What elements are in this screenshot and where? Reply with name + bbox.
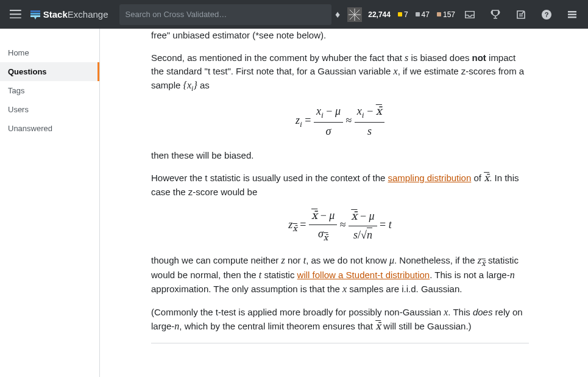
nav-tags[interactable]: Tags: [0, 81, 99, 100]
link-student-t[interactable]: will follow a Student-t distribution: [297, 270, 430, 280]
svg-rect-9: [568, 11, 576, 13]
review-icon[interactable]: [515, 9, 527, 21]
search-box[interactable]: [119, 4, 332, 25]
menu-icon[interactable]: [10, 10, 21, 20]
moderator-diamond-icon[interactable]: ♦: [331, 9, 344, 20]
svg-text:?: ?: [545, 11, 549, 18]
svg-rect-11: [568, 16, 576, 18]
paragraph: though we can compute neither z nor t, a…: [151, 254, 529, 296]
site-logo[interactable]: StackExchange: [26, 9, 112, 20]
reputation[interactable]: 22,744: [368, 10, 391, 19]
link-sampling-distribution[interactable]: sampling distribution: [388, 173, 472, 183]
topbar: StackExchange ♦ 22,744 7 47 157 ?: [0, 0, 588, 29]
avatar[interactable]: [347, 7, 362, 22]
answer-body: free" unbiased estimator (*see note belo…: [151, 29, 529, 343]
topbar-right: ♦ 22,744 7 47 157 ?: [331, 7, 583, 22]
search-input[interactable]: [126, 10, 326, 19]
achievements-icon[interactable]: [489, 9, 501, 21]
nav-home[interactable]: Home: [0, 43, 99, 62]
svg-rect-5: [30, 15, 40, 17]
paragraph: (Commonly the t-test is applied more bro…: [151, 306, 529, 333]
content: free" unbiased estimator (*see note belo…: [100, 29, 588, 377]
paragraph: Second, as mentioned in the comment by w…: [151, 51, 529, 94]
gold-badge[interactable]: 7: [398, 10, 408, 19]
sidebar: Home Questions Tags Users Unanswered: [0, 29, 100, 377]
equation-1: zi = xi − μσ ≈ xi − x̄s: [151, 104, 529, 140]
logo-text-bold: Stack: [43, 9, 68, 20]
svg-rect-2: [10, 17, 21, 18]
svg-rect-10: [568, 13, 576, 15]
layout: Home Questions Tags Users Unanswered fre…: [0, 29, 588, 377]
truncated-line: free" unbiased estimator (*see note belo…: [151, 29, 529, 41]
site-switcher-icon[interactable]: [566, 9, 578, 21]
paragraph: then these will be biased.: [151, 149, 529, 162]
svg-rect-0: [10, 10, 21, 11]
inbox-icon[interactable]: [464, 9, 476, 21]
nav-users[interactable]: Users: [0, 100, 99, 119]
logo-text-light: Exchange: [68, 9, 108, 20]
equation-2: zx̄ = x̄ − μσx̄ ≈ x̄ − μs/√n = t: [151, 208, 529, 244]
svg-rect-3: [30, 10, 40, 12]
svg-rect-4: [30, 13, 40, 15]
help-icon[interactable]: ?: [540, 9, 553, 21]
nav-unanswered[interactable]: Unanswered: [0, 119, 99, 138]
silver-badge[interactable]: 47: [416, 10, 430, 19]
divider: [151, 343, 529, 343]
svg-rect-1: [10, 13, 21, 15]
bronze-badge[interactable]: 157: [437, 10, 455, 19]
paragraph: However the t statistic is usually used …: [151, 171, 529, 198]
nav-questions[interactable]: Questions: [0, 62, 99, 81]
